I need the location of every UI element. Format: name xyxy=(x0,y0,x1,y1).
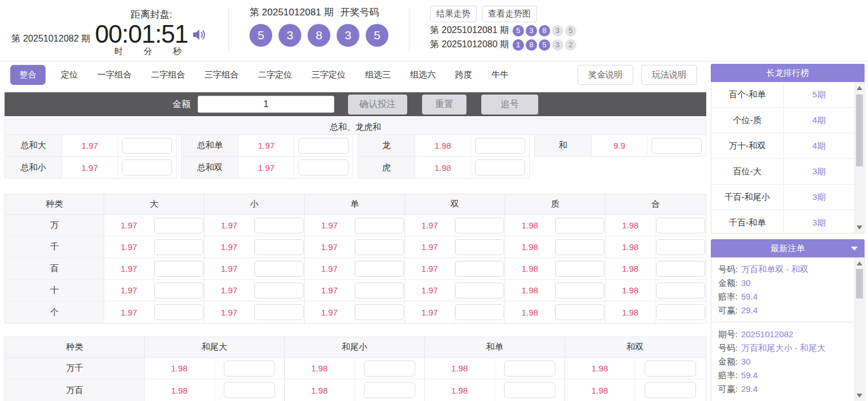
scroll-down-icon[interactable] xyxy=(855,223,864,232)
bet-input[interactable] xyxy=(355,218,404,234)
order-line: 期号:20251012082 xyxy=(718,328,847,341)
bet-input[interactable] xyxy=(555,283,604,298)
divider xyxy=(228,8,229,51)
bet-input[interactable] xyxy=(504,361,555,377)
bet-input[interactable] xyxy=(645,361,696,377)
order-field-value: 万百和单双 - 和双 xyxy=(741,263,808,276)
bet-input[interactable] xyxy=(255,218,304,234)
streak-value: 4期 xyxy=(784,133,854,158)
orders-list: 号码:万百和单双 - 和双金额:30赔率:59.4可赢:29.4期号:20251… xyxy=(711,257,854,401)
bet-input[interactable] xyxy=(555,261,604,277)
table-row: 十1.971.971.971.971.981.98 xyxy=(5,280,706,301)
bet-input[interactable] xyxy=(154,239,203,255)
bet-input[interactable] xyxy=(122,159,172,175)
bet-input[interactable] xyxy=(255,239,304,255)
info-button[interactable]: 玩法说明 xyxy=(641,65,697,85)
tab[interactable]: 组选三 xyxy=(355,65,400,85)
chevron-down-icon[interactable] xyxy=(851,247,858,251)
bet-input[interactable] xyxy=(555,304,604,320)
bet-input[interactable] xyxy=(455,283,504,298)
trend-button[interactable]: 结果走势 xyxy=(430,6,477,22)
bet-input[interactable] xyxy=(656,283,705,298)
bet-input[interactable] xyxy=(298,138,349,154)
odds-value: 1.97 xyxy=(204,301,255,323)
order-entry: 期号:20251012082号码:万百和尾大小 - 和尾大金额:30赔率:59.… xyxy=(711,322,854,400)
order-line: 赔率:59.4 xyxy=(718,369,847,382)
odds-value: 1.98 xyxy=(285,358,355,379)
bet-input[interactable] xyxy=(355,283,404,298)
unit-hour: 时 xyxy=(114,46,123,57)
tab[interactable]: 定位 xyxy=(51,65,88,85)
bet-input[interactable] xyxy=(355,239,404,255)
bet-input[interactable] xyxy=(364,382,415,398)
bet-input[interactable] xyxy=(504,382,555,398)
bet-input[interactable] xyxy=(154,304,203,320)
bet-input[interactable] xyxy=(455,304,504,320)
bet-group: 1.97 xyxy=(204,258,305,279)
bet-input[interactable] xyxy=(455,239,504,255)
tab[interactable]: 牛牛 xyxy=(482,65,518,85)
tab[interactable]: 三字组合 xyxy=(195,65,248,85)
bet-group: 1.97 xyxy=(305,258,405,279)
bet-input[interactable] xyxy=(154,261,203,277)
bet-input[interactable] xyxy=(122,138,172,154)
scroll-thumb[interactable] xyxy=(856,95,863,166)
info-button[interactable]: 奖金说明 xyxy=(578,65,633,85)
scroll-up-icon[interactable] xyxy=(855,259,864,268)
streak-panel-body: 百个-和单5期个位-质4期万十-和双4期百位-大3期千百-和尾小3期千百-和单3… xyxy=(711,82,865,234)
odds-value: 1.97 xyxy=(405,280,455,301)
toolbar-button[interactable]: 重置 xyxy=(422,95,466,114)
bet-input[interactable] xyxy=(154,283,203,298)
odds-value: 1.97 xyxy=(405,258,455,279)
bet-input[interactable] xyxy=(154,218,203,234)
bet-input[interactable] xyxy=(455,218,504,234)
tab[interactable]: 三字定位 xyxy=(302,65,355,85)
bet-input[interactable] xyxy=(355,261,404,277)
tab[interactable]: 一字组合 xyxy=(88,65,141,85)
bet-input[interactable] xyxy=(455,261,504,277)
bet-input[interactable] xyxy=(555,218,604,234)
bet-input[interactable] xyxy=(656,218,705,234)
bet-input[interactable] xyxy=(298,159,349,175)
tab[interactable]: 整合 xyxy=(10,65,46,85)
toolbar-button[interactable]: 追号 xyxy=(481,95,538,114)
column-header: 和尾小 xyxy=(285,337,425,357)
draw-ball: 3 xyxy=(279,24,301,47)
history-row: 第 20251012081 期53835 xyxy=(430,24,576,36)
bet-input[interactable] xyxy=(255,283,304,298)
streak-scrollbar[interactable] xyxy=(854,82,864,233)
tab[interactable]: 跨度 xyxy=(445,65,482,85)
bet-input[interactable] xyxy=(224,382,275,398)
order-line: 可赢:29.4 xyxy=(718,304,847,317)
bet-input[interactable] xyxy=(255,261,304,277)
speaker-icon[interactable] xyxy=(193,28,208,44)
info-buttons: 奖金说明玩法说明 xyxy=(578,65,697,85)
tab[interactable]: 组选六 xyxy=(400,65,445,85)
scroll-down-icon[interactable] xyxy=(855,391,864,400)
scroll-up-icon[interactable] xyxy=(855,83,864,92)
bet-input[interactable] xyxy=(652,138,702,154)
bet-input[interactable] xyxy=(555,239,604,255)
bet-input[interactable] xyxy=(656,304,705,320)
bet-group: 1.97 xyxy=(405,258,505,279)
bet-input[interactable] xyxy=(364,361,415,377)
trend-button[interactable]: 查看走势图 xyxy=(482,6,537,22)
bet-input[interactable] xyxy=(255,304,304,320)
bet-label: 龙 xyxy=(358,135,415,156)
tab[interactable]: 二字定位 xyxy=(248,65,302,85)
orders-scrollbar[interactable] xyxy=(854,257,864,401)
bet-input[interactable] xyxy=(656,261,705,277)
order-field-value: 29.4 xyxy=(741,382,758,396)
bet-input[interactable] xyxy=(475,138,525,154)
bet-input[interactable] xyxy=(656,239,705,255)
tab[interactable]: 二字组合 xyxy=(141,65,195,85)
scroll-thumb[interactable] xyxy=(856,269,863,298)
orders-panel-title: 最新注单 xyxy=(771,243,805,254)
toolbar-button[interactable]: 确认投注 xyxy=(348,95,407,114)
sum-bet-group: 虎1.98 xyxy=(358,157,530,179)
bet-input[interactable] xyxy=(645,382,696,398)
bet-input[interactable] xyxy=(224,361,275,377)
bet-input[interactable] xyxy=(475,159,525,175)
amount-input[interactable] xyxy=(198,96,334,113)
bet-input[interactable] xyxy=(355,304,404,320)
